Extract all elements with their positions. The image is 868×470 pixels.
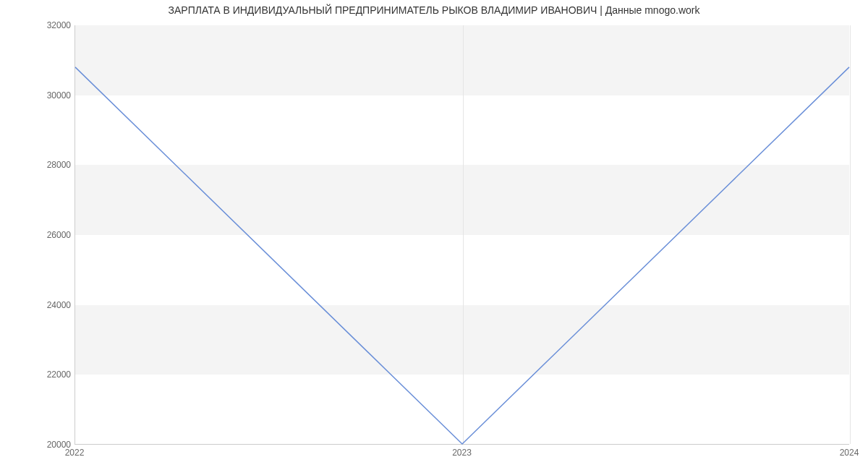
chart-title: ЗАРПЛАТА В ИНДИВИДУАЛЬНЫЙ ПРЕДПРИНИМАТЕЛ… bbox=[0, 4, 868, 16]
v-gridline bbox=[850, 25, 851, 444]
plot-area bbox=[75, 25, 849, 445]
y-tick-label: 30000 bbox=[43, 90, 71, 101]
y-tick-label: 28000 bbox=[43, 160, 71, 170]
x-tick-label: 2022 bbox=[65, 448, 85, 458]
y-tick-label: 24000 bbox=[43, 300, 71, 310]
x-tick-label: 2023 bbox=[452, 448, 472, 458]
y-tick-label: 32000 bbox=[43, 20, 71, 30]
data-line bbox=[75, 25, 849, 444]
y-tick-label: 26000 bbox=[43, 230, 71, 240]
x-tick-label: 2024 bbox=[840, 448, 859, 458]
y-tick-label: 22000 bbox=[43, 369, 71, 380]
line-chart: ЗАРПЛАТА В ИНДИВИДУАЛЬНЫЙ ПРЕДПРИНИМАТЕЛ… bbox=[0, 0, 868, 470]
